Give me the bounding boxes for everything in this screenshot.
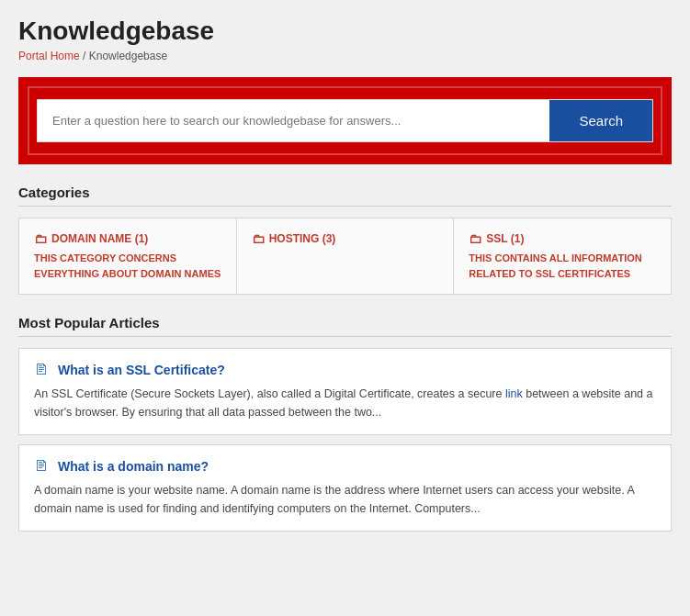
categories-section-title: Categories (18, 185, 672, 207)
category-cell-domain: 🗀 DOMAIN NAME (1) THIS CATEGORY CONCERNS… (19, 218, 237, 294)
category-link-ssl[interactable]: 🗀 SSL (1) (469, 231, 656, 246)
folder-icon-domain: 🗀 (34, 231, 47, 246)
article-item-ssl: 🖹 What is an SSL Certificate? An SSL Cer… (18, 348, 672, 435)
search-input[interactable] (38, 101, 549, 140)
article-excerpt-domain: A domain name is your website name. A do… (34, 481, 656, 518)
article-title-row-domain: 🖹 What is a domain name? (34, 458, 656, 475)
category-cell-hosting: 🗀 HOSTING (3) (237, 218, 455, 294)
articles-list: 🖹 What is an SSL Certificate? An SSL Cer… (18, 348, 672, 541)
page-title: Knowledgebase (18, 17, 672, 46)
folder-icon-ssl: 🗀 (469, 231, 481, 246)
article-item-domain: 🖹 What is a domain name? A domain name i… (18, 444, 672, 532)
category-link-hosting[interactable]: 🗀 HOSTING (3) (252, 231, 439, 246)
category-desc-ssl: THIS CONTAINS ALL INFORMATION RELATED TO… (469, 251, 656, 281)
categories-grid: 🗀 DOMAIN NAME (1) THIS CATEGORY CONCERNS… (18, 218, 672, 295)
category-name-ssl: SSL (1) (486, 232, 524, 245)
breadcrumb-home-link[interactable]: Portal Home (18, 50, 80, 62)
article-icon-ssl: 🖹 (34, 362, 49, 378)
article-excerpt-before-link: An SSL Certificate (Secure Sockets Layer… (34, 387, 505, 400)
search-bar: Search (37, 99, 653, 142)
article-title-link-ssl[interactable]: What is an SSL Certificate? (58, 363, 225, 377)
search-banner: Search (18, 77, 672, 164)
category-name-domain: DOMAIN NAME (1) (51, 232, 148, 245)
category-cell-ssl: 🗀 SSL (1) THIS CONTAINS ALL INFORMATION … (454, 218, 671, 294)
popular-articles-section-title: Most Popular Articles (18, 315, 672, 337)
search-button[interactable]: Search (549, 100, 652, 141)
breadcrumb-separator: / (83, 50, 89, 62)
article-title-row-ssl: 🖹 What is an SSL Certificate? (34, 362, 656, 378)
breadcrumb-current: Knowledgebase (89, 50, 167, 62)
folder-icon-hosting: 🗀 (252, 231, 265, 246)
category-link-domain[interactable]: 🗀 DOMAIN NAME (1) (34, 231, 221, 246)
article-excerpt-ssl: An SSL Certificate (Secure Sockets Layer… (34, 385, 656, 421)
article-title-link-domain[interactable]: What is a domain name? (58, 459, 209, 474)
breadcrumb: Portal Home / Knowledgebase (18, 50, 672, 62)
article-icon-domain: 🖹 (34, 458, 49, 475)
category-desc-domain: THIS CATEGORY CONCERNS EVERYTHING ABOUT … (34, 251, 221, 281)
category-name-hosting: HOSTING (3) (269, 232, 336, 245)
article-excerpt-link[interactable]: link (505, 387, 523, 400)
